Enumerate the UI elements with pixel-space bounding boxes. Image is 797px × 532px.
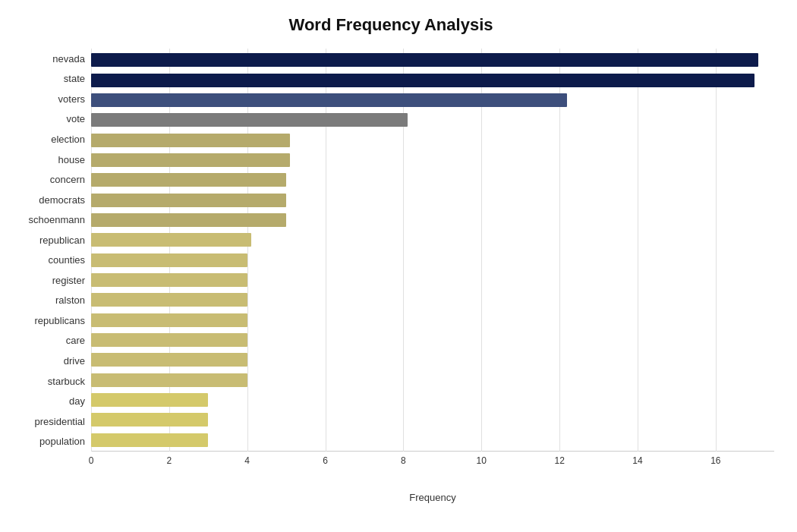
bar-counties — [91, 253, 247, 267]
bar-population — [91, 433, 208, 447]
y-label-care: care — [8, 332, 91, 349]
bar-election — [91, 134, 290, 147]
y-label-starbuck: starbuck — [8, 373, 91, 389]
x-axis-labels: 0246810121416 — [91, 452, 774, 474]
bar-row-schoenmann — [91, 212, 774, 228]
bar-state — [91, 74, 754, 87]
y-labels: nevadastatevotersvoteelectionhouseconcer… — [8, 49, 91, 474]
bar-row-democrats — [91, 193, 774, 208]
y-label-register: register — [8, 272, 91, 288]
x-tick-16: 16 — [710, 452, 720, 466]
x-tick-4: 4 — [244, 452, 250, 466]
bar-row-ralston — [91, 292, 774, 307]
y-label-vote: vote — [8, 111, 91, 127]
x-tick-12: 12 — [554, 452, 564, 466]
bar-row-population — [91, 433, 774, 448]
bar-row-register — [91, 272, 774, 288]
y-label-election: election — [8, 131, 91, 147]
y-label-voters: voters — [8, 90, 91, 107]
bar-row-counties — [91, 253, 774, 268]
x-tick-14: 14 — [632, 452, 642, 466]
bar-row-republicans — [91, 313, 774, 328]
bar-ralston — [91, 293, 247, 307]
bar-democrats — [91, 194, 286, 207]
bar-house — [91, 153, 290, 167]
x-tick-2: 2 — [167, 452, 172, 466]
bar-drive — [91, 353, 247, 367]
bar-register — [91, 273, 247, 287]
bar-row-election — [91, 133, 774, 148]
bar-row-starbuck — [91, 373, 774, 388]
y-label-republicans: republicans — [8, 312, 91, 329]
bar-row-voters — [91, 93, 774, 108]
chart-container: Word Frequency Analysis nevadastatevoter… — [0, 0, 797, 532]
x-axis-title: Frequency — [91, 492, 774, 503]
y-label-population: population — [8, 433, 91, 450]
bar-presidential — [91, 413, 208, 427]
y-label-state: state — [8, 71, 91, 87]
bar-starbuck — [91, 373, 247, 387]
bar-row-nevada — [91, 52, 774, 68]
chart-title: Word Frequency Analysis — [8, 15, 774, 35]
bar-vote — [91, 113, 408, 127]
bar-republican — [91, 233, 251, 247]
bar-row-house — [91, 153, 774, 168]
bar-row-concern — [91, 172, 774, 187]
y-label-day: day — [8, 393, 91, 410]
x-tick-10: 10 — [477, 452, 487, 466]
bar-row-day — [91, 392, 774, 408]
y-label-drive: drive — [8, 352, 91, 369]
bar-nevada — [91, 53, 758, 67]
bar-row-presidential — [91, 412, 774, 427]
grid-and-bars: 0246810121416 Frequency — [91, 49, 774, 474]
bar-republicans — [91, 313, 247, 327]
y-label-schoenmann: schoenmann — [8, 212, 91, 228]
y-label-house: house — [8, 151, 91, 168]
bar-row-vote — [91, 112, 774, 127]
bar-care — [91, 333, 247, 347]
bar-row-state — [91, 73, 774, 88]
y-label-concern: concern — [8, 172, 91, 188]
bars-and-grid: 0246810121416 Frequency — [91, 49, 774, 474]
y-label-republican: republican — [8, 231, 91, 248]
bar-row-drive — [91, 352, 774, 367]
bar-row-republican — [91, 232, 774, 247]
x-tick-0: 0 — [89, 452, 94, 466]
y-label-democrats: democrats — [8, 191, 91, 208]
bar-concern — [91, 173, 286, 187]
y-label-nevada: nevada — [8, 50, 91, 67]
y-label-counties: counties — [8, 252, 91, 269]
bar-voters — [91, 93, 567, 107]
x-tick-6: 6 — [323, 452, 328, 466]
bar-day — [91, 393, 208, 407]
chart-area: nevadastatevotersvoteelectionhouseconcer… — [8, 49, 774, 474]
y-label-ralston: ralston — [8, 292, 91, 309]
bar-row-care — [91, 332, 774, 348]
bar-schoenmann — [91, 213, 286, 227]
y-label-presidential: presidential — [8, 413, 91, 430]
x-tick-8: 8 — [401, 452, 406, 466]
bars-wrapper — [91, 49, 774, 452]
